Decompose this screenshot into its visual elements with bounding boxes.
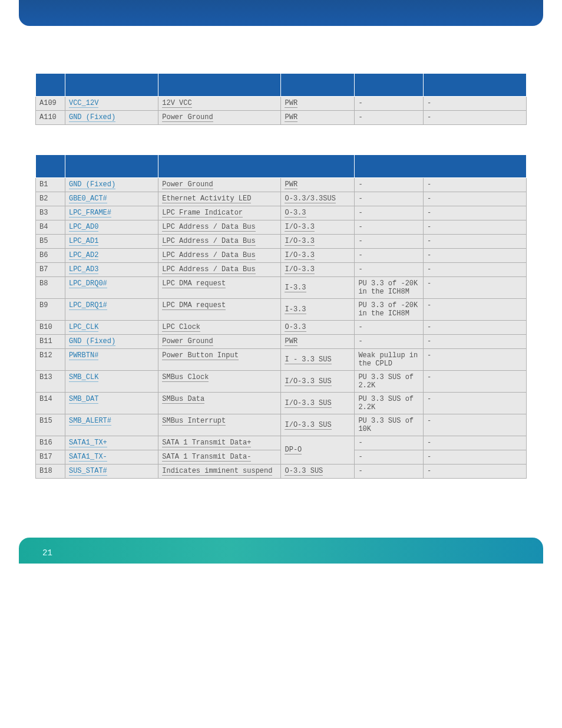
- table-row: B2GBE0_ACT#Ethernet Activity LEDO-3.3/3.…: [36, 192, 527, 206]
- pinout-table-a: A109VCC_12V12V VCCPWR--A110GND (Fixed)Po…: [35, 73, 527, 125]
- table-header-row: [36, 74, 527, 97]
- cell-note: -: [424, 414, 527, 436]
- table-row: B6LPC_AD2LPC Address / Data BusI/O-3.3--: [36, 249, 527, 263]
- pinout-table-b: B1GND (Fixed)Power GroundPWR--B2GBE0_ACT…: [35, 154, 527, 479]
- cell-note: -: [424, 465, 527, 479]
- cell-signal: PWRBTN#: [65, 349, 158, 371]
- cell-pu: -: [355, 335, 424, 349]
- cell-desc: LPC Address / Data Bus: [158, 235, 281, 249]
- cell-type: O-3.3 SUS: [281, 465, 355, 479]
- cell-pu: -: [355, 235, 424, 249]
- cell-signal: VCC_12V: [65, 97, 158, 111]
- cell-type: I-3.3: [281, 277, 355, 299]
- cell-desc: LPC Clock: [158, 321, 281, 335]
- cell-note: -: [424, 371, 527, 393]
- cell-signal: SMB_DAT: [65, 393, 158, 414]
- cell-pin: A110: [36, 111, 65, 125]
- cell-note: -: [424, 393, 527, 414]
- cell-signal: GND (Fixed): [65, 111, 158, 125]
- table-row: A110GND (Fixed)Power GroundPWR--: [36, 111, 527, 125]
- cell-pu: -: [355, 450, 424, 465]
- table-row: B5LPC_AD1LPC Address / Data BusI/O-3.3--: [36, 235, 527, 249]
- header-note: [424, 74, 527, 97]
- header-desc-type: [158, 155, 355, 178]
- cell-pin: B15: [36, 414, 65, 436]
- cell-pu: PU 3.3 SUS of 10K: [355, 414, 424, 436]
- cell-desc: SATA 1 Transmit Data+: [158, 436, 281, 450]
- table-row: B4LPC_AD0LPC Address / Data BusI/O-3.3--: [36, 220, 527, 235]
- cell-type: I/O-3.3: [281, 249, 355, 263]
- cell-desc: LPC Address / Data Bus: [158, 263, 281, 277]
- cell-desc: Power Ground: [158, 111, 281, 125]
- cell-pin: B8: [36, 277, 65, 299]
- cell-pin: B3: [36, 206, 65, 220]
- cell-pin: B16: [36, 436, 65, 450]
- cell-pin: B17: [36, 450, 65, 465]
- cell-pin: B11: [36, 335, 65, 349]
- cell-note: -: [424, 206, 527, 220]
- table-row: A109VCC_12V12V VCCPWR--: [36, 97, 527, 111]
- cell-desc: LPC DMA request: [158, 299, 281, 321]
- cell-note: -: [424, 335, 527, 349]
- cell-pu: -: [355, 111, 424, 125]
- cell-signal: LPC_CLK: [65, 321, 158, 335]
- cell-signal: LPC_AD1: [65, 235, 158, 249]
- cell-signal: SATA1_TX+: [65, 436, 158, 450]
- cell-type: O-3.3/3.3SUS: [281, 192, 355, 206]
- page-number: 21: [42, 548, 52, 558]
- cell-type: PWR: [281, 111, 355, 125]
- table-row: B9LPC_DRQ1#LPC DMA requestI-3.3PU 3.3 of…: [36, 299, 527, 321]
- table-row: B10LPC_CLKLPC ClockO-3.3--: [36, 321, 527, 335]
- header-type: [281, 74, 355, 97]
- cell-desc: Power Ground: [158, 178, 281, 192]
- table-row: B16SATA1_TX+SATA 1 Transmit Data+DP-O--: [36, 436, 527, 450]
- table-row: B11GND (Fixed)Power GroundPWR--: [36, 335, 527, 349]
- cell-signal: GBE0_ACT#: [65, 192, 158, 206]
- cell-pu: PU 3.3 of -20K in the ICH8M: [355, 299, 424, 321]
- table-row: B14SMB_DATSMBus DataI/O-3.3 SUSPU 3.3 SU…: [36, 393, 527, 414]
- cell-desc: SMBus Data: [158, 393, 281, 414]
- cell-desc: LPC Address / Data Bus: [158, 220, 281, 235]
- header-pu-note: [355, 155, 527, 178]
- header-signal: [65, 74, 158, 97]
- cell-note: -: [424, 436, 527, 450]
- cell-note: -: [424, 263, 527, 277]
- cell-pu: -: [355, 220, 424, 235]
- cell-desc: Ethernet Activity LED: [158, 192, 281, 206]
- cell-signal: GND (Fixed): [65, 335, 158, 349]
- cell-pu: PU 3.3 SUS of 2.2K: [355, 393, 424, 414]
- table-row: B15SMB_ALERT#SMBus InterruptI/O-3.3 SUSP…: [36, 414, 527, 436]
- top-banner: [19, 0, 543, 26]
- cell-type: I-3.3: [281, 299, 355, 321]
- cell-pu: -: [355, 321, 424, 335]
- table-row: B18SUS_STAT#Indicates imminent suspendO-…: [36, 465, 527, 479]
- cell-pin: B2: [36, 192, 65, 206]
- cell-pin: B14: [36, 393, 65, 414]
- cell-desc: SMBus Interrupt: [158, 414, 281, 436]
- table-row: B13SMB_CLKSMBus ClockI/O-3.3 SUSPU 3.3 S…: [36, 371, 527, 393]
- header-pu: [355, 74, 424, 97]
- cell-note: -: [424, 192, 527, 206]
- cell-pu: -: [355, 436, 424, 450]
- cell-type: I/O-3.3 SUS: [281, 414, 355, 436]
- cell-pu: Weak pullup in the CPLD: [355, 349, 424, 371]
- header-pin: [36, 74, 65, 97]
- cell-type: O-3.3: [281, 321, 355, 335]
- table-header-row: [36, 155, 527, 178]
- cell-desc: Power Ground: [158, 335, 281, 349]
- cell-note: -: [424, 178, 527, 192]
- cell-pin: B4: [36, 220, 65, 235]
- cell-signal: SATA1_TX-: [65, 450, 158, 465]
- cell-desc: SATA 1 Transmit Data-: [158, 450, 281, 465]
- cell-pin: B10: [36, 321, 65, 335]
- cell-note: -: [424, 249, 527, 263]
- cell-signal: LPC_AD3: [65, 263, 158, 277]
- header-signal: [65, 155, 158, 178]
- cell-desc: LPC Frame Indicator: [158, 206, 281, 220]
- cell-note: -: [424, 97, 527, 111]
- cell-type: I/O-3.3: [281, 220, 355, 235]
- cell-pu: -: [355, 97, 424, 111]
- table-row: B3LPC_FRAME#LPC Frame IndicatorO-3.3--: [36, 206, 527, 220]
- cell-signal: LPC_AD2: [65, 249, 158, 263]
- cell-note: -: [424, 321, 527, 335]
